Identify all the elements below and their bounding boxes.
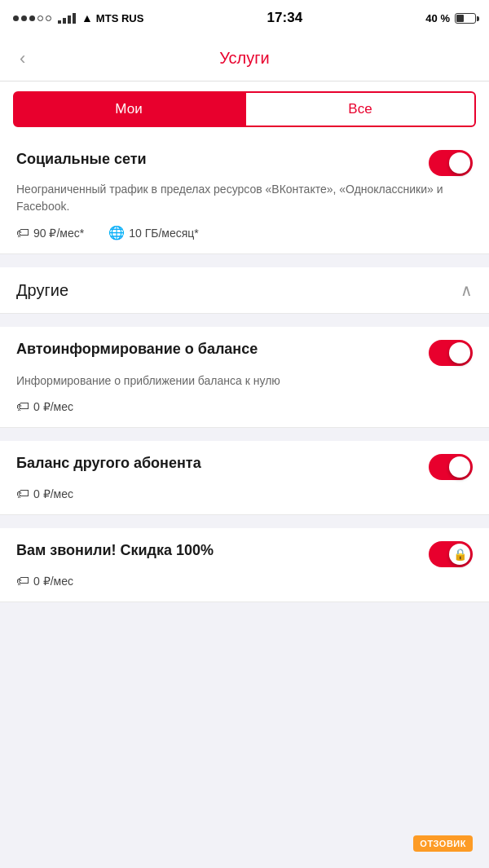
service-row: Автоинформирование о балансе: [16, 340, 473, 366]
status-bar: ▲ MTS RUS 17:34 40 %: [0, 0, 489, 36]
service-title: Социальные сети: [16, 150, 429, 169]
nav-bar: ‹ Услуги: [0, 36, 489, 82]
tab-moi[interactable]: Мои: [13, 91, 244, 127]
service-row: Вам звонили! Скидка 100% 🔒: [16, 541, 473, 567]
price-item: 🏷 0 ₽/мес: [16, 574, 73, 588]
service-meta: 🏷 0 ₽/мес: [16, 399, 473, 414]
service-description: Неограниченный трафик в пределах ресурсо…: [16, 181, 473, 215]
price-value: 0 ₽/мес: [33, 487, 73, 500]
service-title: Баланс другого абонента: [16, 454, 429, 473]
service-balance-other: Баланс другого абонента 🏷 0 ₽/мес: [0, 441, 489, 515]
price-value: 90 ₽/мес*: [33, 227, 84, 240]
price-value: 0 ₽/мес: [33, 400, 73, 413]
toggle-track: [429, 150, 473, 176]
toggle-thumb: [449, 152, 470, 174]
price-icon: 🏷: [16, 487, 29, 501]
content-area: Социальные сети Неограниченный трафик в …: [0, 137, 489, 602]
toggle-balance-other[interactable]: [429, 454, 473, 480]
service-called-discount: Вам звонили! Скидка 100% 🔒 🏷 0 ₽/мес: [0, 528, 489, 602]
service-title: Автоинформирование о балансе: [16, 340, 429, 359]
service-row: Баланс другого абонента: [16, 454, 473, 480]
service-description: Информирование о приближении баланса к н…: [16, 372, 473, 390]
watermark: ОТЗОВИК: [413, 835, 473, 852]
service-autoinform: Автоинформирование о балансе Информирова…: [0, 327, 489, 428]
section-label: Другие: [16, 281, 68, 300]
service-meta: 🏷 0 ₽/мес: [16, 574, 473, 588]
toggle-called-discount[interactable]: 🔒: [429, 541, 473, 567]
service-social-networks: Социальные сети Неограниченный трафик в …: [0, 137, 489, 254]
status-carrier: ▲ MTS RUS: [13, 11, 143, 24]
price-icon: 🏷: [16, 226, 29, 240]
section-other-header[interactable]: Другие ∧: [0, 267, 489, 314]
toggle-social[interactable]: [429, 150, 473, 176]
service-title: Вам звонили! Скидка 100%: [16, 541, 429, 560]
price-item: 🏷 0 ₽/мес: [16, 487, 73, 501]
back-button[interactable]: ‹: [13, 42, 32, 76]
section-gap-3: [0, 428, 489, 441]
battery-icon: [455, 13, 476, 24]
toggle-track: [429, 454, 473, 480]
data-icon: 🌐: [108, 225, 125, 240]
price-value: 0 ₽/мес: [33, 575, 73, 588]
toggle-track: 🔒: [429, 541, 473, 567]
chevron-up-icon: ∧: [460, 280, 473, 300]
tab-bar: Мои Все: [0, 82, 489, 137]
price-icon: 🏷: [16, 574, 29, 588]
data-item: 🌐 10 ГБ/месяц*: [108, 225, 199, 240]
data-value: 10 ГБ/месяц*: [129, 227, 199, 240]
service-meta: 🏷 0 ₽/мес: [16, 487, 473, 501]
toggle-track: [429, 340, 473, 366]
page-title: Услуги: [219, 49, 270, 68]
section-gap-4: [0, 515, 489, 528]
toggle-thumb: [449, 342, 470, 364]
price-icon: 🏷: [16, 399, 29, 414]
tab-vse[interactable]: Все: [244, 91, 476, 127]
status-battery: 40 %: [425, 12, 476, 24]
signal-icon: [58, 13, 76, 24]
price-item: 🏷 90 ₽/мес*: [16, 226, 84, 240]
service-row: Социальные сети: [16, 150, 473, 176]
section-gap-1: [0, 254, 489, 267]
price-item: 🏷 0 ₽/мес: [16, 399, 73, 414]
service-meta: 🏷 90 ₽/мес* 🌐 10 ГБ/месяц*: [16, 225, 473, 240]
toggle-thumb-locked: 🔒: [449, 544, 470, 565]
toggle-thumb: [449, 456, 470, 478]
toggle-autoinform[interactable]: [429, 340, 473, 366]
section-gap-2: [0, 314, 489, 327]
status-time: 17:34: [267, 10, 302, 26]
wifi-icon: ▲: [82, 11, 93, 24]
